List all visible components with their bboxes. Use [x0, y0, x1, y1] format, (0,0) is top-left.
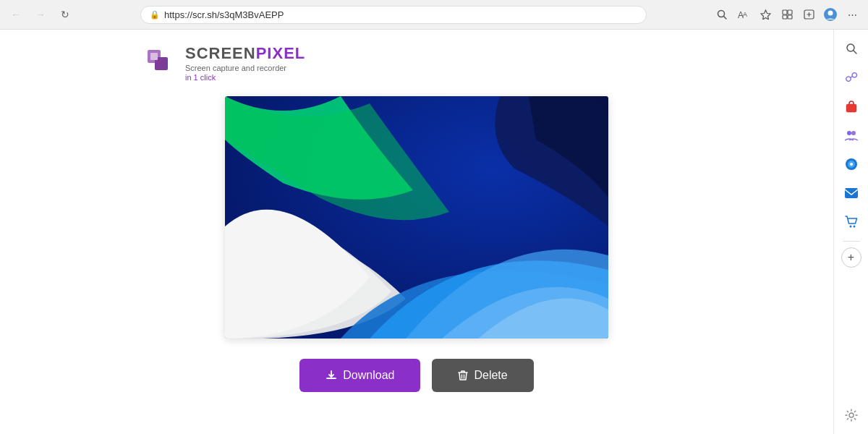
- screenshot-image: [225, 96, 608, 339]
- sidebar-add-btn[interactable]: +: [841, 247, 861, 268]
- svg-line-1: [724, 17, 727, 20]
- svg-point-11: [828, 11, 833, 16]
- delete-button[interactable]: Delete: [432, 359, 533, 392]
- browser-toolbar: ← → ↻ 🔒 https://scr.sh/s3qM3BvAEPP AA: [0, 0, 868, 29]
- sidebar-divider: [843, 241, 860, 242]
- address-bar[interactable]: 🔒 https://scr.sh/s3qM3BvAEPP: [140, 6, 647, 24]
- right-sidebar: ☍ +: [833, 30, 868, 434]
- download-label: Download: [343, 369, 394, 382]
- sidebar-cart-btn[interactable]: [838, 209, 864, 235]
- svg-rect-5: [783, 10, 787, 14]
- sidebar-settings-btn[interactable]: [838, 402, 864, 428]
- svg-rect-8: [788, 15, 792, 19]
- reload-button[interactable]: ↻: [55, 4, 75, 25]
- svg-point-27: [849, 226, 851, 228]
- svg-rect-6: [788, 10, 792, 14]
- extensions-btn[interactable]: [799, 4, 819, 25]
- sidebar-circle-btn[interactable]: [838, 151, 864, 177]
- svg-rect-26: [845, 188, 858, 198]
- logo-pixel: PIXEL: [256, 44, 306, 62]
- collections-btn[interactable]: [777, 4, 797, 25]
- sidebar-search-btn[interactable]: [838, 35, 864, 61]
- sidebar-mail-btn[interactable]: [838, 180, 864, 206]
- url-text: https://scr.sh/s3qM3BvAEPP: [164, 9, 637, 20]
- page-content: SCREENPIXEL Screen capture and recorder …: [0, 30, 833, 434]
- lock-icon: 🔒: [150, 10, 160, 20]
- toolbar-icons: AA ⋯: [712, 4, 862, 25]
- svg-point-25: [850, 163, 853, 166]
- svg-rect-20: [846, 104, 856, 112]
- logo-area: SCREENPIXEL Screen capture and recorder …: [145, 30, 305, 96]
- delete-label: Delete: [474, 369, 507, 382]
- logo-tagline: Screen capture and recorder: [185, 63, 305, 73]
- logo-screen: SCREEN: [185, 44, 256, 62]
- search-icon-btn[interactable]: [712, 4, 732, 25]
- profile-btn[interactable]: [820, 4, 841, 25]
- svg-rect-14: [150, 53, 158, 60]
- sidebar-shop-btn[interactable]: [838, 93, 864, 119]
- browser-chrome: ← → ↻ 🔒 https://scr.sh/s3qM3BvAEPP AA: [0, 0, 868, 30]
- logo-tagline-accent: in 1 click: [185, 73, 305, 82]
- sidebar-users-btn[interactable]: [838, 122, 864, 148]
- action-buttons: Download Delete: [299, 359, 533, 392]
- sidebar-bookmark-btn[interactable]: ☍: [838, 64, 864, 90]
- more-btn[interactable]: ⋯: [842, 4, 862, 25]
- svg-marker-4: [761, 10, 770, 20]
- logo-text-block: SCREENPIXEL Screen capture and recorder …: [185, 44, 305, 82]
- svg-point-22: [851, 131, 856, 135]
- logo-icon: [145, 47, 176, 79]
- delete-icon: [458, 370, 468, 381]
- read-aloud-btn[interactable]: AA: [733, 4, 754, 25]
- svg-point-29: [849, 413, 854, 417]
- svg-text:A: A: [743, 11, 747, 18]
- svg-point-21: [847, 131, 851, 135]
- forward-button[interactable]: →: [30, 4, 51, 25]
- svg-line-19: [854, 51, 856, 54]
- download-button[interactable]: Download: [299, 359, 420, 392]
- back-button[interactable]: ←: [6, 4, 26, 25]
- download-icon: [326, 370, 337, 381]
- svg-point-28: [853, 226, 855, 228]
- favorites-btn[interactable]: [755, 4, 775, 25]
- svg-rect-7: [783, 15, 787, 19]
- logo-name: SCREENPIXEL: [185, 44, 305, 63]
- browser-layout: SCREENPIXEL Screen capture and recorder …: [0, 30, 868, 434]
